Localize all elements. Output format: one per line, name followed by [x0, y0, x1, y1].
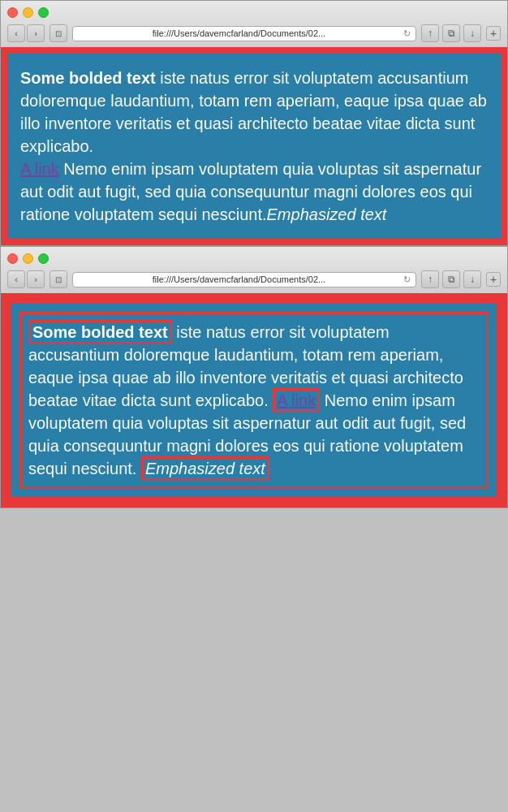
- toolbar-1: ‹ › ⊡ file:///Users/davemcfarland/Docume…: [7, 21, 501, 47]
- browser-chrome-2: ‹ › ⊡ file:///Users/davemcfarland/Docume…: [1, 247, 507, 293]
- minimize-button-1[interactable]: [23, 7, 33, 18]
- tab-icon-1[interactable]: ⊡: [50, 24, 67, 42]
- emphasized-text-2: Emphasized text: [141, 456, 269, 481]
- close-button-1[interactable]: [7, 7, 18, 18]
- traffic-lights-2: [7, 253, 501, 264]
- close-button-2[interactable]: [7, 253, 18, 264]
- bold-text-2: Some bolded text: [28, 320, 172, 344]
- new-tab-button-2[interactable]: +: [486, 272, 501, 287]
- link-2[interactable]: A link: [273, 388, 320, 412]
- duplicate-button-2[interactable]: ⧉: [442, 270, 460, 288]
- bold-text-1: Some bolded text: [20, 69, 156, 87]
- forward-button-2[interactable]: ›: [27, 270, 45, 288]
- share-button-1[interactable]: ↑: [421, 24, 439, 42]
- traffic-lights-1: [7, 7, 501, 18]
- download-button-1[interactable]: ↓: [463, 24, 481, 42]
- main-text-1b: Nemo enim ipsam voluptatem quia voluptas…: [20, 160, 481, 223]
- nav-buttons-1: ‹ ›: [7, 24, 45, 42]
- browser-content-1: Some bolded text iste natus error sit vo…: [1, 47, 507, 245]
- address-bar-2[interactable]: file:///Users/davemcfarland/Documents/02…: [72, 272, 416, 287]
- minimize-button-2[interactable]: [23, 253, 33, 264]
- content-outer-2: Some bolded text iste natus error sit vo…: [1, 293, 507, 508]
- duplicate-button-1[interactable]: ⧉: [442, 24, 460, 42]
- reload-button-2[interactable]: ↻: [403, 274, 411, 285]
- back-button-2[interactable]: ‹: [7, 270, 25, 288]
- emphasized-text-1: Emphasized text: [267, 205, 387, 223]
- share-button-2[interactable]: ↑: [421, 270, 439, 288]
- back-button-1[interactable]: ‹: [7, 24, 25, 42]
- tab-icon-2[interactable]: ⊡: [50, 270, 67, 288]
- paragraph-2: Some bolded text iste natus error sit vo…: [28, 321, 480, 480]
- reload-button-1[interactable]: ↻: [403, 28, 411, 39]
- new-tab-button-1[interactable]: +: [486, 26, 501, 41]
- maximize-button-2[interactable]: [38, 253, 49, 264]
- paragraph-1: Some bolded text iste natus error sit vo…: [20, 67, 488, 226]
- toolbar-actions-2: ↑ ⧉ ↓: [421, 270, 481, 288]
- toolbar-2: ‹ › ⊡ file:///Users/davemcfarland/Docume…: [7, 267, 501, 293]
- address-bar-1[interactable]: file:///Users/davemcfarland/Documents/02…: [72, 26, 416, 41]
- browser-window-2: ‹ › ⊡ file:///Users/davemcfarland/Docume…: [0, 246, 508, 508]
- address-text-2: file:///Users/davemcfarland/Documents/02…: [78, 274, 400, 284]
- nav-buttons-2: ‹ ›: [7, 270, 45, 288]
- content-mid-2: Some bolded text iste natus error sit vo…: [9, 301, 499, 499]
- address-text-1: file:///Users/davemcfarland/Documents/02…: [78, 28, 400, 38]
- browser-chrome-1: ‹ › ⊡ file:///Users/davemcfarland/Docume…: [1, 1, 507, 47]
- forward-button-1[interactable]: ›: [27, 24, 45, 42]
- content-inner-2: Some bolded text iste natus error sit vo…: [19, 312, 489, 489]
- toolbar-actions-1: ↑ ⧉ ↓: [421, 24, 481, 42]
- browser-window-1: ‹ › ⊡ file:///Users/davemcfarland/Docume…: [0, 0, 508, 246]
- link-1[interactable]: A link: [20, 160, 59, 178]
- content-box-1: Some bolded text iste natus error sit vo…: [7, 54, 501, 239]
- download-button-2[interactable]: ↓: [463, 270, 481, 288]
- maximize-button-1[interactable]: [38, 7, 49, 18]
